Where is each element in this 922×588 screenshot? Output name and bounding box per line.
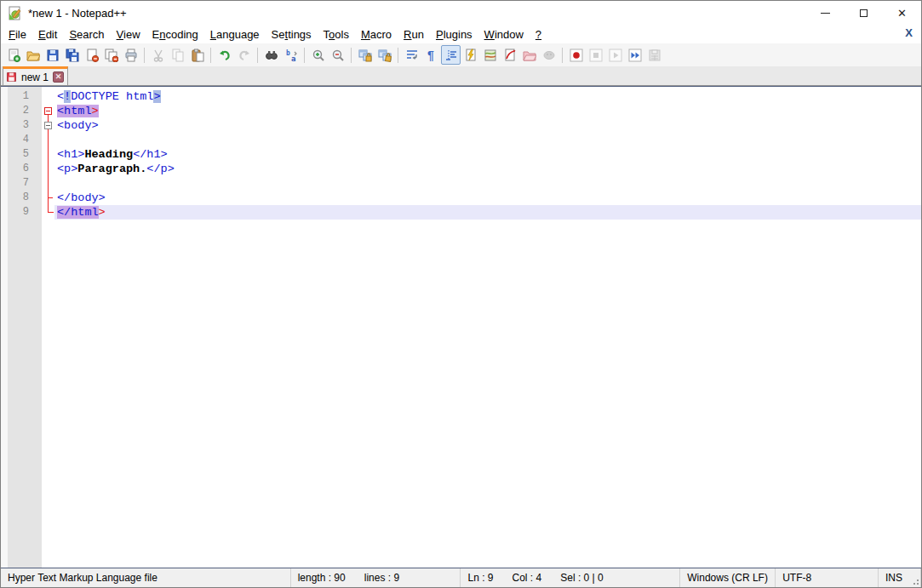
tab-close-icon[interactable]: ✕ (53, 71, 64, 83)
minimize-button[interactable] (806, 1, 845, 25)
zoom-out-button[interactable] (328, 45, 347, 65)
save-all-button[interactable] (62, 45, 82, 65)
code-text: <!DOCTYPE html> (54, 89, 921, 104)
resize-grip-icon[interactable] (911, 577, 919, 585)
editor-line-7[interactable]: 7 (1, 176, 921, 191)
redo-button[interactable] (234, 45, 254, 65)
status-file-type-value: Hyper Text Markup Language file (8, 572, 157, 584)
show-all-characters-button[interactable]: ¶ (421, 45, 441, 65)
maximize-icon (860, 9, 868, 17)
menu-encoding[interactable]: Encoding (146, 26, 204, 43)
minimize-icon (821, 13, 830, 14)
menu-help[interactable]: ? (530, 26, 547, 43)
print-button[interactable] (121, 45, 140, 65)
function-list-button[interactable] (500, 45, 519, 65)
status-insert-mode-value: INS (885, 572, 902, 584)
line-number: 3 (1, 118, 42, 133)
toolbar-separator (257, 48, 258, 63)
menu-settings[interactable]: Settings (266, 26, 318, 43)
paste-button[interactable] (187, 45, 207, 65)
status-cursor-position[interactable]: Ln : 9Col : 4Sel : 0 | 0 (461, 568, 680, 587)
line-number: 9 (1, 205, 42, 220)
macro-play-button[interactable] (605, 45, 625, 65)
close-all-button[interactable] (101, 45, 121, 65)
zoom-in-icon (312, 49, 325, 62)
cut-button[interactable] (148, 45, 168, 65)
fold-marker[interactable] (42, 104, 54, 118)
maximize-button[interactable] (845, 1, 883, 25)
fold-marker (42, 89, 54, 104)
unsaved-floppy-icon (6, 71, 17, 83)
zoom-in-button[interactable] (308, 45, 328, 65)
editor-line-2[interactable]: 2<html> (1, 104, 921, 118)
undo-button[interactable] (215, 45, 234, 65)
status-eol-format[interactable]: Windows (CR LF) (680, 568, 776, 587)
menu-language[interactable]: Language (204, 26, 266, 43)
editor-line-4[interactable]: 4 (1, 133, 921, 147)
editor-line-9[interactable]: 9</html> (1, 205, 921, 220)
status-encoding[interactable]: UTF-8 (776, 568, 879, 587)
close-file-button[interactable] (82, 45, 101, 65)
menu-edit[interactable]: Edit (32, 26, 63, 43)
macro-run-multiple-icon (628, 49, 642, 62)
macro-stop-icon (589, 49, 603, 62)
status-file-type[interactable]: Hyper Text Markup Language file (1, 568, 291, 587)
editor-line-3[interactable]: 3<body> (1, 118, 921, 133)
fold-marker[interactable] (42, 118, 54, 133)
editor-line-5[interactable]: 5<h1>Heading</h1> (1, 147, 921, 162)
macro-save-icon (648, 49, 661, 62)
code-text: <p>Paragraph.</p> (54, 162, 921, 176)
menu-plugins[interactable]: Plugins (430, 26, 478, 43)
menu-run[interactable]: Run (398, 26, 430, 43)
editor-line-1[interactable]: 1<!DOCTYPE html> (1, 89, 921, 104)
toolbar-separator (210, 48, 211, 63)
tab-new-1[interactable]: new 1✕ (3, 66, 68, 85)
toolbar-separator (351, 48, 352, 63)
monitoring-button[interactable] (539, 45, 558, 65)
new-file-button[interactable] (3, 45, 23, 65)
open-file-button[interactable] (23, 45, 43, 65)
editor-line-8[interactable]: 8</body> (1, 191, 921, 205)
status-doc-size[interactable]: length : 90lines : 9 (291, 568, 461, 587)
close-button[interactable]: ✕ (883, 1, 921, 25)
find-button[interactable] (261, 45, 281, 65)
editor-line-6[interactable]: 6<p>Paragraph.</p> (1, 162, 921, 176)
macro-record-icon (570, 49, 583, 62)
function-list-icon (503, 49, 517, 62)
menu-tools[interactable]: Tools (318, 26, 355, 43)
fold-marker (42, 133, 54, 147)
menu-search[interactable]: Search (63, 26, 110, 43)
menu-file[interactable]: File (3, 26, 32, 43)
svg-text:a: a (291, 54, 295, 62)
replace-icon: ba (284, 49, 298, 62)
document-map-button[interactable] (480, 45, 500, 65)
sync-vertical-button[interactable] (355, 45, 375, 65)
menu-view[interactable]: View (111, 26, 146, 43)
macro-save-button[interactable] (644, 45, 664, 65)
close-document-button[interactable]: X (902, 26, 916, 39)
save-button[interactable] (43, 45, 62, 65)
macro-stop-button[interactable] (586, 45, 605, 65)
redo-icon (238, 49, 251, 62)
window-title: *new 1 - Notepad++ (28, 7, 127, 20)
macro-run-multiple-button[interactable] (625, 45, 644, 65)
indent-guide-button[interactable] (441, 45, 461, 65)
code-editor[interactable]: 1<!DOCTYPE html>2<html>3<body>45<h1>Head… (1, 86, 921, 568)
cut-icon (152, 49, 165, 62)
copy-button[interactable] (168, 45, 187, 65)
fold-marker (42, 147, 54, 162)
define-language-icon (464, 49, 478, 62)
menu-macro[interactable]: Macro (355, 26, 398, 43)
new-file-icon (7, 49, 20, 62)
sync-horizontal-button[interactable] (375, 45, 394, 65)
open-file-icon (26, 49, 40, 62)
define-language-button[interactable] (461, 45, 480, 65)
word-wrap-button[interactable] (402, 45, 421, 65)
folder-as-workspace-button[interactable] (519, 45, 539, 65)
menu-window[interactable]: Window (478, 26, 530, 43)
status-eol-format-value: Windows (CR LF) (687, 572, 768, 584)
replace-button[interactable]: ba (281, 45, 301, 65)
macro-record-button[interactable] (566, 45, 586, 65)
tab-label: new 1 (20, 71, 50, 83)
line-number: 2 (1, 104, 42, 118)
